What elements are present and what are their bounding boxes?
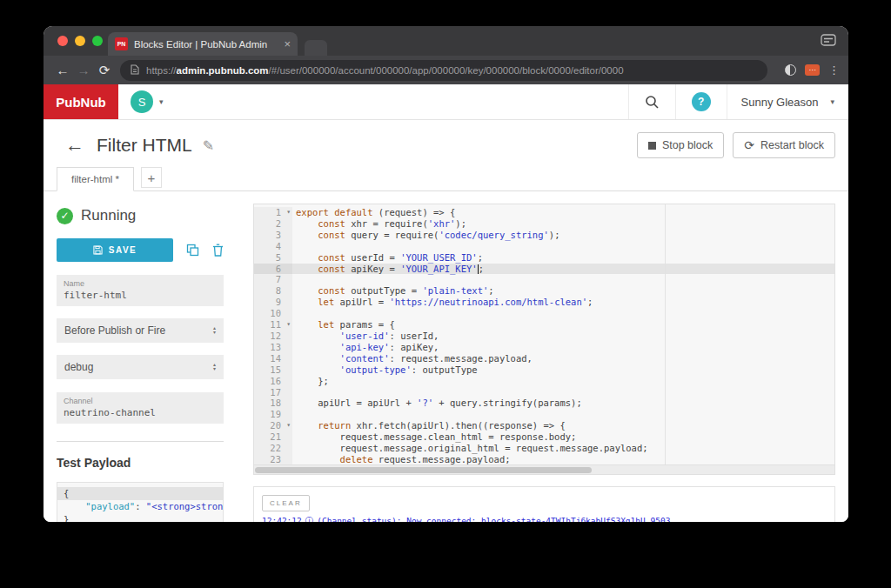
log-text: (Channel status): Now connected: blocks-…	[317, 516, 670, 522]
block-actions: Stop block ⟳ Restart block	[637, 132, 835, 158]
log-timestamp: 12:42:12	[262, 516, 302, 522]
pubnub-favicon: PN	[115, 37, 128, 50]
code-line[interactable]: 15 'output-type': outputType	[254, 364, 834, 376]
delete-handler-button[interactable]	[212, 244, 224, 257]
extension-badge-icon[interactable]: ⋯	[805, 64, 820, 76]
code-line[interactable]: 22 request.message.original_html = reque…	[254, 443, 834, 454]
code-line[interactable]: 5 const userId = 'YOUR_USER_ID';	[254, 252, 834, 264]
info-icon: ⓘ	[305, 516, 314, 522]
line-number: 21	[254, 431, 292, 443]
fullscreen-window-button[interactable]	[92, 36, 103, 46]
code-line[interactable]: 9 let apiUrl = 'https://neutrinoapi.com/…	[254, 297, 834, 308]
handler-sidebar: ✓ Running SAVE Name	[57, 204, 224, 522]
payload-line[interactable]: "payload": "<strong>stron	[57, 500, 223, 513]
clear-console-button[interactable]: CLEAR	[262, 495, 310, 511]
code-line[interactable]: 8 const outputType = 'plain-text';	[254, 285, 834, 297]
code-line[interactable]: 11▾ let params = {	[254, 319, 834, 331]
address-bar[interactable]: https://admin.pubnub.com/#/user/000000/a…	[120, 60, 767, 81]
code-line[interactable]: 2 const xhr = require('xhr');	[254, 218, 834, 230]
code-line[interactable]: 19	[254, 409, 834, 420]
name-field[interactable]: Name filter-html	[57, 275, 224, 306]
stop-block-button[interactable]: Stop block	[637, 132, 724, 158]
copy-icon	[186, 244, 199, 257]
code-line[interactable]: 20▾ return xhr.fetch(apiUrl).then((respo…	[254, 420, 834, 431]
log-level-value: debug	[64, 361, 93, 373]
browser-tab[interactable]: PN Blocks Editor | PubNub Admin ×	[108, 32, 298, 56]
code-line[interactable]: 12 'user-id': userId,	[254, 331, 834, 342]
user-chevron-down-icon: ▾	[830, 97, 834, 106]
fold-arrow-icon[interactable]: ▾	[286, 319, 291, 331]
line-number: 16	[254, 376, 292, 387]
code-lines: 1▾export default (request) => {2 const x…	[254, 207, 834, 475]
test-payload-editor[interactable]: { "payload": "<strong>stron}	[57, 482, 224, 522]
help-icon[interactable]: ?	[692, 92, 711, 111]
print-margin-ruler	[665, 204, 666, 464]
log-level-select[interactable]: debug ▴▾	[57, 355, 224, 379]
forward-button[interactable]: →	[73, 63, 94, 77]
minimize-window-button[interactable]	[75, 36, 85, 46]
tab-filter-html[interactable]: filter-html *	[57, 167, 134, 191]
line-number: 14	[254, 353, 292, 364]
search-button[interactable]	[629, 84, 675, 119]
refresh-button[interactable]: ⟳	[94, 63, 115, 78]
line-number: 1▾	[254, 207, 292, 218]
name-field-value: filter-html	[64, 290, 217, 301]
payload-line[interactable]: {	[57, 487, 223, 500]
code-line[interactable]: 18 apiUrl = apiUrl + '?' + query.stringi…	[254, 398, 834, 409]
back-button[interactable]: ←	[52, 63, 73, 77]
browser-toolbar: ← → ⟳ https://admin.pubnub.com/#/user/00…	[44, 56, 848, 84]
edit-title-pencil-icon[interactable]: ✎	[203, 137, 214, 154]
code-line[interactable]: 10	[254, 308, 834, 319]
back-arrow-icon[interactable]: ←	[65, 134, 84, 157]
pubnub-logo[interactable]: PubNub	[44, 84, 118, 119]
url-text: https://admin.pubnub.com/#/user/000000/a…	[146, 65, 624, 76]
line-number: 5	[254, 252, 292, 264]
account-chevron-down-icon[interactable]: ▾	[159, 97, 164, 106]
help-button[interactable]: ?	[676, 84, 727, 119]
code-line[interactable]: 13 'api-key': apiKey,	[254, 342, 834, 353]
restart-block-button[interactable]: ⟳ Restart block	[733, 132, 835, 158]
fold-arrow-icon[interactable]: ▾	[286, 420, 291, 431]
select-stepper-icon: ▴▾	[213, 326, 216, 335]
channel-field[interactable]: Channel neutrino-channel	[57, 392, 224, 424]
stop-block-label: Stop block	[662, 139, 713, 151]
new-tab-button[interactable]	[305, 40, 327, 56]
browser-menu-icon[interactable]: ⋮	[828, 63, 840, 77]
add-event-handler-button[interactable]: +	[141, 167, 162, 188]
blocks-editor-page: ← Filter HTML ✎ Stop block ⟳ Restart blo…	[44, 120, 848, 522]
handler-controls: SAVE	[57, 238, 224, 262]
fold-arrow-icon[interactable]: ▾	[286, 207, 291, 218]
payload-line[interactable]: }	[57, 513, 223, 522]
code-line[interactable]: 7	[254, 274, 834, 285]
close-window-button[interactable]	[57, 36, 68, 46]
code-line[interactable]: 23 delete request.message.payload;	[254, 454, 834, 465]
user-menu[interactable]: Sunny Gleason ▾	[727, 84, 848, 119]
scrollbar-thumb[interactable]	[255, 467, 592, 473]
event-type-select[interactable]: Before Publish or Fire ▴▾	[57, 318, 224, 343]
code-line[interactable]: 17	[254, 387, 834, 398]
floppy-icon	[93, 245, 103, 255]
app-header: PubNub S ▾ ? Sunny Gleason ▾	[44, 84, 848, 120]
page-title: Filter HTML	[97, 135, 192, 156]
line-number: 22	[254, 443, 292, 454]
save-button[interactable]: SAVE	[57, 238, 173, 262]
code-line[interactable]: 6 const apiKey = 'YOUR_API_KEY';	[254, 264, 834, 275]
duplicate-handler-button[interactable]	[186, 244, 199, 257]
code-line[interactable]: 1▾export default (request) => {	[254, 207, 834, 218]
code-line[interactable]: 16 };	[254, 376, 834, 387]
test-payload-title: Test Payload	[57, 456, 224, 470]
browser-profile-icon[interactable]	[821, 34, 836, 50]
code-line[interactable]: 4	[254, 241, 834, 252]
code-line[interactable]: 3 const query = require('codec/query_str…	[254, 230, 834, 241]
line-number: 11▾	[254, 319, 292, 331]
theme-contrast-icon[interactable]	[785, 64, 796, 76]
code-line[interactable]: 21 request.message.clean_html = response…	[254, 431, 834, 443]
horizontal-scrollbar[interactable]	[254, 464, 834, 474]
code-line[interactable]: 14 'content': request.message.payload,	[254, 353, 834, 364]
url-scheme: https://	[146, 65, 177, 76]
close-tab-icon[interactable]: ×	[284, 37, 291, 50]
save-label: SAVE	[109, 245, 137, 255]
account-avatar[interactable]: S	[131, 90, 153, 113]
code-editor[interactable]: 1▾export default (request) => {2 const x…	[253, 204, 835, 475]
line-number: 18	[254, 398, 292, 409]
